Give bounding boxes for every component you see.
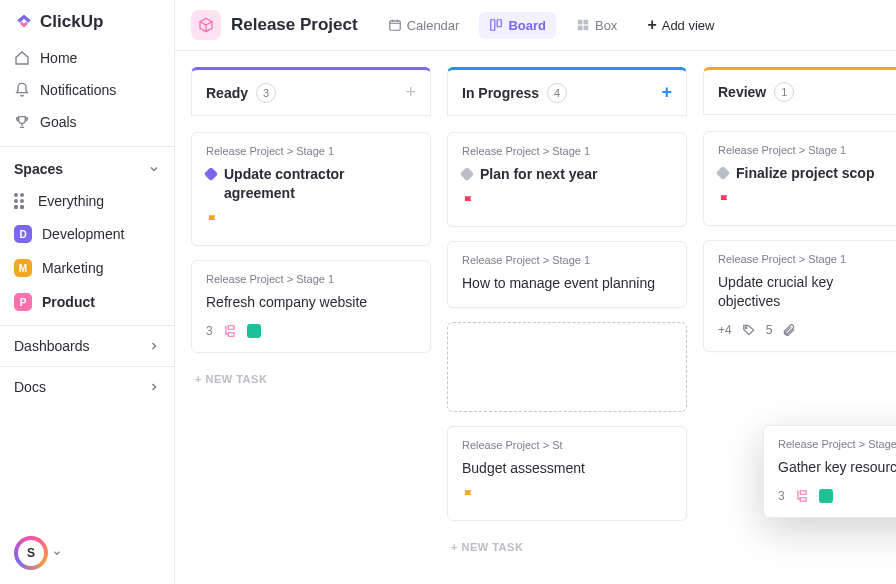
box-icon bbox=[576, 18, 590, 32]
clickup-logo-icon bbox=[14, 12, 34, 32]
add-card-inprogress[interactable]: + bbox=[661, 82, 672, 103]
column-review-count: 1 bbox=[774, 82, 794, 102]
nav-goals[interactable]: Goals bbox=[0, 106, 174, 138]
space-product-label: Product bbox=[42, 294, 95, 310]
everything-icon bbox=[14, 193, 28, 209]
nav-home[interactable]: Home bbox=[0, 42, 174, 74]
card-title: Update contractor agreement bbox=[224, 165, 416, 203]
attachment-count: 5 bbox=[766, 323, 773, 337]
project-icon bbox=[191, 10, 221, 40]
chevron-down-icon bbox=[52, 547, 62, 559]
dragging-card[interactable]: ✥ Release Project > Stage 1 Gather key r… bbox=[763, 425, 896, 518]
view-board-label: Board bbox=[508, 18, 546, 33]
card-crumb: Release Project > Stage 1 bbox=[718, 144, 888, 156]
nav-goals-label: Goals bbox=[40, 114, 77, 130]
column-inprogress: In Progress4+ Release Project > Stage 1 … bbox=[447, 67, 687, 584]
chat-icon bbox=[819, 489, 833, 503]
spaces-header[interactable]: Spaces bbox=[0, 146, 174, 185]
space-development[interactable]: DDevelopment bbox=[0, 217, 174, 251]
app-logo[interactable]: ClickUp bbox=[0, 0, 174, 42]
svg-rect-4 bbox=[584, 20, 589, 25]
space-everything-label: Everything bbox=[38, 193, 104, 209]
column-ready: Ready3+ Release Project > Stage 1 Update… bbox=[191, 67, 431, 584]
card-title: How to manage event planning bbox=[462, 274, 655, 293]
card-manage-event[interactable]: Release Project > Stage 1 How to manage … bbox=[447, 241, 687, 308]
svg-rect-6 bbox=[584, 26, 589, 31]
svg-rect-2 bbox=[498, 20, 502, 27]
nav-notifications[interactable]: Notifications bbox=[0, 74, 174, 106]
add-view-label: Add view bbox=[662, 18, 715, 33]
nav-docs-label: Docs bbox=[14, 379, 46, 395]
card-refresh-website[interactable]: Release Project > Stage 1 Refresh compan… bbox=[191, 260, 431, 353]
card-budget-assessment[interactable]: Release Project > St Budget assessment bbox=[447, 426, 687, 521]
view-box[interactable]: Box bbox=[566, 12, 627, 39]
column-ready-label: Ready bbox=[206, 85, 248, 101]
avatar-letter: S bbox=[18, 540, 44, 566]
project-title: Release Project bbox=[231, 15, 358, 35]
card-finalize-scope[interactable]: Release Project > Stage 1 Finalize proje… bbox=[703, 131, 896, 226]
priority-diamond-icon bbox=[460, 167, 474, 181]
space-badge-d: D bbox=[14, 225, 32, 243]
nav-docs[interactable]: Docs bbox=[0, 366, 174, 407]
tag-icon bbox=[742, 323, 756, 337]
nav-home-label: Home bbox=[40, 50, 77, 66]
nav-dashboards-label: Dashboards bbox=[14, 338, 90, 354]
calendar-icon bbox=[388, 18, 402, 32]
svg-rect-3 bbox=[578, 20, 583, 25]
subtask-count: 3 bbox=[778, 489, 785, 503]
avatar: S bbox=[14, 536, 48, 570]
card-update-contractor[interactable]: Release Project > Stage 1 Update contrac… bbox=[191, 132, 431, 246]
plus-icon: + bbox=[647, 16, 656, 34]
card-title: Budget assessment bbox=[462, 459, 585, 478]
new-task-ready[interactable]: + NEW TASK bbox=[191, 367, 431, 391]
space-marketing[interactable]: MMarketing bbox=[0, 251, 174, 285]
add-card-ready[interactable]: + bbox=[405, 82, 416, 103]
card-title: Update crucial key objectives bbox=[718, 273, 888, 311]
view-calendar-label: Calendar bbox=[407, 18, 460, 33]
card-update-objectives[interactable]: Release Project > Stage 1 Update crucial… bbox=[703, 240, 896, 352]
column-header-inprogress[interactable]: In Progress4+ bbox=[447, 67, 687, 116]
flag-icon bbox=[462, 194, 476, 208]
column-ready-count: 3 bbox=[256, 83, 276, 103]
card-crumb: Release Project > Stage 1 bbox=[462, 254, 672, 266]
space-badge-m: M bbox=[14, 259, 32, 277]
space-product[interactable]: PProduct bbox=[0, 285, 174, 319]
column-header-ready[interactable]: Ready3+ bbox=[191, 67, 431, 116]
space-marketing-label: Marketing bbox=[42, 260, 103, 276]
space-badge-p: P bbox=[14, 293, 32, 311]
flag-icon bbox=[206, 213, 220, 227]
svg-point-7 bbox=[745, 326, 747, 328]
home-icon bbox=[14, 50, 30, 66]
card-title: Gather key resources bbox=[778, 458, 896, 477]
subtask-count: 3 bbox=[206, 324, 213, 338]
column-header-review[interactable]: Review1 bbox=[703, 67, 896, 115]
tag-count: +4 bbox=[718, 323, 732, 337]
chevron-right-icon bbox=[148, 340, 160, 352]
chevron-right-icon bbox=[148, 381, 160, 393]
priority-diamond-icon bbox=[716, 166, 730, 180]
spaces-label: Spaces bbox=[14, 161, 63, 177]
paperclip-icon bbox=[782, 323, 796, 337]
space-development-label: Development bbox=[42, 226, 125, 242]
card-plan-next-year[interactable]: Release Project > Stage 1 Plan for next … bbox=[447, 132, 687, 227]
svg-rect-5 bbox=[578, 26, 583, 31]
new-task-inprogress[interactable]: + NEW TASK bbox=[447, 535, 687, 559]
bell-icon bbox=[14, 82, 30, 98]
card-crumb: Release Project > St bbox=[462, 439, 672, 451]
nav-notifications-label: Notifications bbox=[40, 82, 116, 98]
chat-icon bbox=[247, 324, 261, 338]
view-box-label: Box bbox=[595, 18, 617, 33]
nav-dashboards[interactable]: Dashboards bbox=[0, 326, 174, 366]
view-board[interactable]: Board bbox=[479, 12, 556, 39]
column-review-label: Review bbox=[718, 84, 766, 100]
card-crumb: Release Project > Stage 1 bbox=[206, 145, 416, 157]
add-view[interactable]: +Add view bbox=[637, 10, 724, 40]
user-menu[interactable]: S bbox=[14, 536, 160, 570]
flag-icon bbox=[718, 193, 732, 207]
card-title: Plan for next year bbox=[480, 165, 598, 184]
drop-placeholder bbox=[447, 322, 687, 412]
space-everything[interactable]: Everything bbox=[0, 185, 174, 217]
card-crumb: Release Project > Stage 1 bbox=[206, 273, 416, 285]
view-calendar[interactable]: Calendar bbox=[378, 12, 470, 39]
board-icon bbox=[489, 18, 503, 32]
